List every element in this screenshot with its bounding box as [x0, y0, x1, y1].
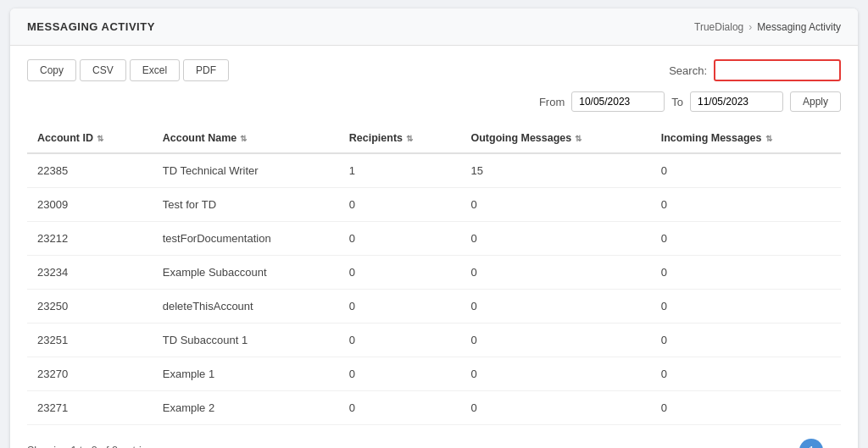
cell-account-id: 23251	[27, 324, 153, 357]
csv-button[interactable]: CSV	[80, 59, 126, 81]
col-incoming[interactable]: Incoming Messages ⇅	[651, 124, 841, 153]
cell-recipients: 0	[339, 357, 461, 391]
cell-account-id: 23270	[27, 357, 153, 391]
cell-account-name[interactable]: deleteThisAccount	[153, 290, 339, 324]
cell-recipients: 0	[339, 324, 461, 357]
table-row: 23251TD Subaccount 1000	[27, 324, 841, 357]
table-row: 23234Example Subaccount000	[27, 256, 841, 290]
cell-incoming: 0	[651, 357, 841, 391]
table-row: 23270Example 1000	[27, 357, 841, 391]
cell-account-id: 22385	[27, 153, 153, 188]
table-row: 23250deleteThisAccount000	[27, 290, 841, 324]
table-row: 23212testForDocumentation000	[27, 222, 841, 256]
search-section: Search:	[669, 59, 841, 81]
next-page-button[interactable]: ›	[826, 442, 841, 448]
pagination: ‹ 1 ›	[782, 439, 841, 448]
sort-icon-outgoing: ⇅	[575, 134, 581, 143]
breadcrumb-parent: TrueDialog	[694, 21, 743, 33]
excel-button[interactable]: Excel	[130, 59, 180, 81]
from-label: From	[539, 96, 565, 108]
cell-account-name[interactable]: testForDocumentation	[153, 222, 339, 256]
cell-incoming: 0	[651, 256, 841, 290]
showing-text: Showing 1 to 8 of 8 entries	[27, 445, 153, 448]
cell-recipients: 0	[339, 222, 461, 256]
col-account-id[interactable]: Account ID ⇅	[27, 124, 153, 153]
search-label: Search:	[669, 64, 707, 77]
from-date-input[interactable]	[571, 91, 665, 112]
cell-account-id: 23212	[27, 222, 153, 256]
cell-outgoing: 0	[461, 324, 651, 357]
page-content: Copy CSV Excel PDF Search: From To Apply	[10, 46, 858, 448]
cell-recipients: 0	[339, 256, 461, 290]
copy-button[interactable]: Copy	[27, 59, 76, 81]
breadcrumb: TrueDialog › Messaging Activity	[694, 21, 841, 33]
cell-incoming: 0	[651, 324, 841, 357]
page-1-button[interactable]: 1	[799, 439, 823, 448]
cell-outgoing: 0	[461, 391, 651, 425]
cell-incoming: 0	[651, 290, 841, 324]
table-header-row: Account ID ⇅ Account Name ⇅ Recipients	[27, 124, 841, 153]
cell-account-name: Example 1	[153, 357, 339, 391]
search-input[interactable]	[714, 59, 841, 81]
breadcrumb-current: Messaging Activity	[757, 21, 841, 33]
page-container: MESSAGING ACTIVITY TrueDialog › Messagin…	[10, 8, 858, 448]
cell-account-name[interactable]: Example Subaccount	[153, 256, 339, 290]
cell-incoming: 0	[651, 188, 841, 222]
filter-row: From To Apply	[27, 91, 841, 112]
sort-icon-account-id: ⇅	[97, 134, 103, 143]
cell-account-id: 23271	[27, 391, 153, 425]
cell-account-name[interactable]: TD Subaccount 1	[153, 324, 339, 357]
cell-outgoing: 0	[461, 188, 651, 222]
cell-outgoing: 0	[461, 256, 651, 290]
breadcrumb-separator: ›	[748, 21, 752, 33]
col-outgoing[interactable]: Outgoing Messages ⇅	[461, 124, 651, 153]
cell-recipients: 0	[339, 391, 461, 425]
cell-account-name: Test for TD	[153, 188, 339, 222]
table-row: 23009Test for TD000	[27, 188, 841, 222]
sort-icon-account-name: ⇅	[240, 134, 247, 143]
export-buttons: Copy CSV Excel PDF	[27, 59, 229, 81]
to-label: To	[671, 96, 683, 108]
cell-recipients: 1	[339, 153, 461, 188]
table-row: 22385TD Technical Writer1150	[27, 153, 841, 188]
data-table: Account ID ⇅ Account Name ⇅ Recipients	[27, 124, 841, 425]
cell-account-id: 23250	[27, 290, 153, 324]
page-header: MESSAGING ACTIVITY TrueDialog › Messagin…	[10, 8, 858, 46]
page-title: MESSAGING ACTIVITY	[27, 20, 155, 33]
table-row: 23271Example 2000	[27, 391, 841, 425]
cell-incoming: 0	[651, 222, 841, 256]
table-footer: Showing 1 to 8 of 8 entries ‹ 1 ›	[27, 439, 841, 448]
cell-incoming: 0	[651, 153, 841, 188]
cell-account-id: 23234	[27, 256, 153, 290]
apply-button[interactable]: Apply	[790, 91, 841, 112]
toolbar-row: Copy CSV Excel PDF Search:	[27, 59, 841, 81]
cell-outgoing: 0	[461, 357, 651, 391]
cell-outgoing: 0	[461, 290, 651, 324]
sort-icon-recipients: ⇅	[406, 134, 413, 143]
pdf-button[interactable]: PDF	[183, 59, 229, 81]
to-date-input[interactable]	[690, 91, 783, 112]
cell-outgoing: 15	[461, 153, 651, 188]
cell-account-name: Example 2	[153, 391, 339, 425]
cell-outgoing: 0	[461, 222, 651, 256]
col-recipients[interactable]: Recipients ⇅	[339, 124, 461, 153]
sort-icon-incoming: ⇅	[765, 134, 772, 143]
cell-recipients: 0	[339, 290, 461, 324]
cell-account-name[interactable]: TD Technical Writer	[153, 153, 339, 188]
cell-recipients: 0	[339, 188, 461, 222]
col-account-name[interactable]: Account Name ⇅	[153, 124, 339, 153]
cell-account-id: 23009	[27, 188, 153, 222]
cell-incoming: 0	[651, 391, 841, 425]
prev-page-button[interactable]: ‹	[782, 442, 797, 448]
